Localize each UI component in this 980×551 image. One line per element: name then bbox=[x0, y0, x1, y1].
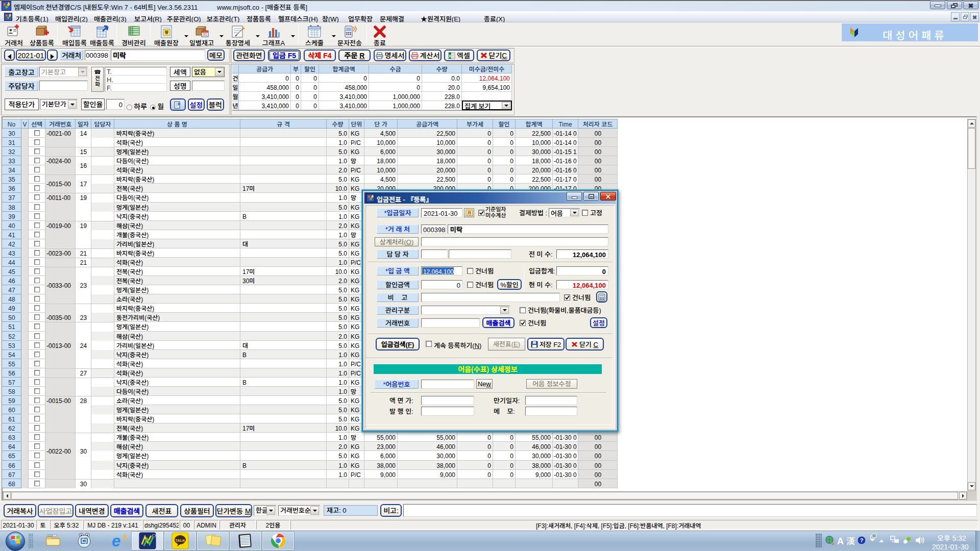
svg-text:₩: ₩ bbox=[164, 28, 168, 36]
svg-text:e: e bbox=[112, 533, 120, 549]
svg-text:TALK: TALK bbox=[175, 537, 185, 543]
svg-text:?: ? bbox=[860, 536, 864, 544]
svg-text:31: 31 bbox=[203, 31, 207, 37]
svg-text:月: 月 bbox=[467, 210, 472, 216]
svg-text:X: X bbox=[449, 53, 452, 59]
